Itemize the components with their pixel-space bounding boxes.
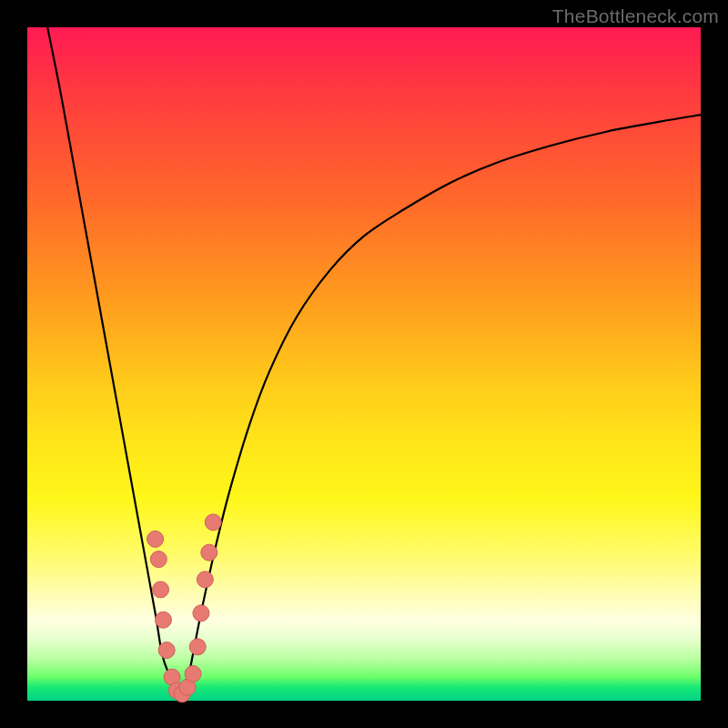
watermark-text: TheBottleneck.com xyxy=(552,5,719,27)
data-point xyxy=(150,551,167,568)
plot-area xyxy=(27,27,701,701)
data-point xyxy=(158,642,175,659)
data-point xyxy=(185,665,201,682)
data-point xyxy=(147,531,164,547)
data-point xyxy=(201,544,217,561)
data-point xyxy=(197,571,213,588)
data-point xyxy=(153,581,169,598)
data-point xyxy=(205,514,221,531)
data-point xyxy=(189,639,206,655)
chart-svg xyxy=(27,27,701,701)
outer-frame: TheBottleneck.com xyxy=(0,0,728,728)
data-point xyxy=(155,612,171,628)
curve-right xyxy=(182,115,701,693)
scatter-points xyxy=(147,514,222,703)
data-point xyxy=(193,605,209,622)
